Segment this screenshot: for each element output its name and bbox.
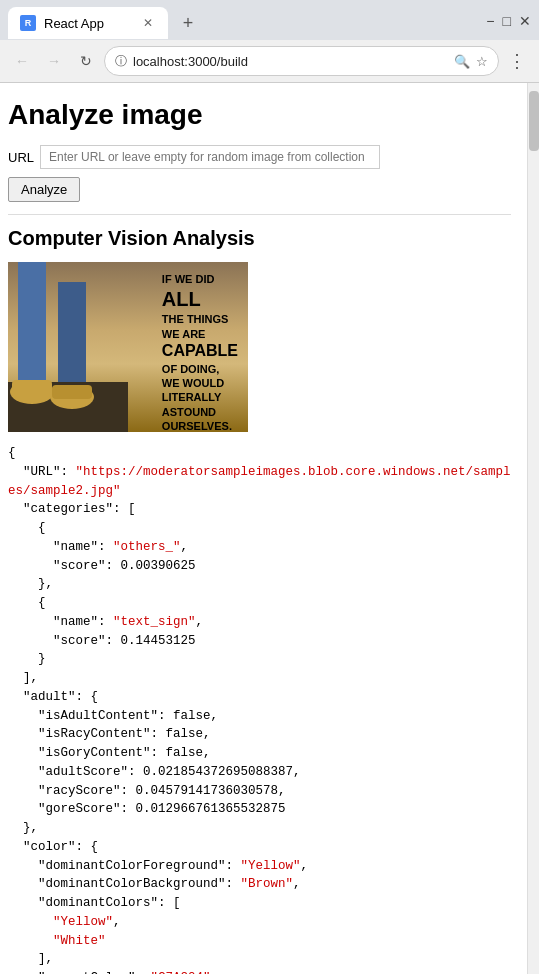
- tab-bar: R React App ✕ + − □ ✕: [0, 0, 539, 40]
- scrollbar-thumb[interactable]: [529, 91, 539, 151]
- browser-chrome: R React App ✕ + − □ ✕ ← → ↻ ⓘ localhost:…: [0, 0, 539, 83]
- main-container: Analyze image URL Analyze Computer Visio…: [0, 83, 539, 974]
- svg-rect-5: [12, 380, 52, 394]
- url-input[interactable]: [40, 145, 380, 169]
- active-tab[interactable]: R React App ✕: [8, 7, 168, 39]
- section-title: Computer Vision Analysis: [8, 227, 511, 250]
- back-button[interactable]: ←: [8, 47, 36, 75]
- section-divider: [8, 214, 511, 215]
- analysis-image: IF WE DID ALL THE THINGS WE ARE CAPABLE …: [8, 262, 248, 432]
- svg-rect-6: [52, 385, 92, 399]
- address-bar[interactable]: ⓘ localhost:3000/build 🔍 ☆: [104, 46, 499, 76]
- page-content: Analyze image URL Analyze Computer Visio…: [0, 83, 527, 974]
- url-label: URL: [8, 150, 34, 165]
- tab-favicon: R: [20, 15, 36, 31]
- page-title: Analyze image: [8, 99, 511, 131]
- analyze-button[interactable]: Analyze: [8, 177, 80, 202]
- window-controls: − □ ✕: [486, 13, 531, 33]
- refresh-button[interactable]: ↻: [72, 47, 100, 75]
- window-close-button[interactable]: ✕: [519, 13, 531, 29]
- lock-icon: ⓘ: [115, 53, 127, 70]
- tab-title: React App: [44, 16, 132, 31]
- maximize-button[interactable]: □: [503, 13, 511, 29]
- scrollbar[interactable]: [527, 83, 539, 974]
- bookmark-icon[interactable]: ☆: [476, 54, 488, 69]
- motivational-text: IF WE DID ALL THE THINGS WE ARE CAPABLE …: [162, 272, 238, 432]
- forward-button[interactable]: →: [40, 47, 68, 75]
- json-output: { "URL": "https://moderatorsampleimages.…: [8, 444, 511, 974]
- tab-close-button[interactable]: ✕: [140, 15, 156, 31]
- address-text: localhost:3000/build: [133, 54, 448, 69]
- svg-rect-2: [58, 282, 86, 382]
- browser-menu-button[interactable]: ⋮: [503, 47, 531, 75]
- minimize-button[interactable]: −: [486, 13, 494, 29]
- svg-rect-1: [18, 262, 46, 382]
- image-feet-svg: [8, 262, 128, 432]
- new-tab-button[interactable]: +: [174, 9, 202, 37]
- url-input-row: URL: [8, 145, 511, 169]
- address-search-icon[interactable]: 🔍: [454, 54, 470, 69]
- nav-bar: ← → ↻ ⓘ localhost:3000/build 🔍 ☆ ⋮: [0, 40, 539, 82]
